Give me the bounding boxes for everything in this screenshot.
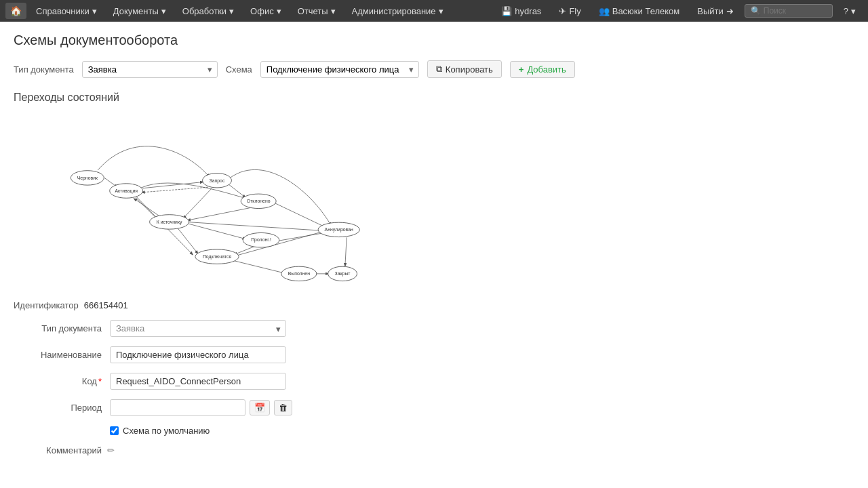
node-prolong[interactable]: Пролонг.! (243, 232, 279, 247)
search-input[interactable] (764, 6, 831, 16)
svg-text:Закрыт: Закрыт (335, 271, 351, 277)
add-icon: + (519, 64, 524, 75)
search-icon: 🔍 (751, 6, 761, 16)
node-annulirovan[interactable]: Аннулирован (318, 222, 359, 237)
copy-button[interactable]: ⧉ Копировать (427, 60, 502, 78)
node-zapros[interactable]: Запрос (203, 174, 232, 188)
default-schema-checkbox[interactable] (110, 426, 119, 435)
id-label: Идентификатор (14, 300, 79, 310)
graph-svg: Черновик Активация Запрос Отклонено К ис… (14, 110, 420, 287)
node-vypolnen[interactable]: Выполнен (281, 266, 317, 281)
comment-label: Комментарий (14, 445, 102, 455)
calendar-button[interactable]: 📅 (250, 400, 270, 415)
svg-text:Отклонено: Отклонено (247, 199, 271, 203)
date-row: 📅 🗑 (110, 399, 292, 416)
id-row: Идентификатор 666154401 (14, 300, 854, 310)
toolbar-row: Тип документа Заявка Схема Подключение ф… (14, 60, 854, 78)
form-row-name: Наименование (14, 346, 854, 363)
nav-obrabotki[interactable]: Обработки ▾ (176, 3, 241, 19)
clear-date-button[interactable]: 🗑 (274, 400, 292, 415)
page-content: Схемы документооборота Тип документа Зая… (0, 22, 868, 476)
form-row-doc-type: Тип документа Заявка (14, 320, 854, 337)
doc-type-toolbar-label: Тип документа (14, 64, 74, 75)
doc-type-select[interactable]: Заявка (82, 61, 218, 78)
nav-vasuyki[interactable]: 👥 Васюки Телеком (592, 3, 687, 19)
default-schema-row: Схема по умолчанию (110, 426, 854, 436)
form-doc-type-select-wrapper[interactable]: Заявка (110, 320, 286, 337)
svg-text:Аннулирован: Аннулирован (325, 227, 353, 232)
default-schema-label: Схема по умолчанию (123, 426, 210, 436)
form-period-input[interactable] (110, 399, 245, 416)
comment-edit-icon[interactable]: ✏ (107, 445, 115, 455)
node-podklyuchatsya[interactable]: Подключатся (195, 249, 239, 264)
node-otkloneno[interactable]: Отклонено (241, 194, 276, 208)
logout-button[interactable]: Выйти ➜ (690, 3, 741, 19)
schema-select-wrapper[interactable]: Подключение физического лица (260, 61, 419, 78)
svg-text:К источнику: К источнику (157, 220, 182, 225)
transitions-section-title: Переходы состояний (14, 92, 854, 104)
nav-spravochniki[interactable]: Справочники ▾ (29, 3, 104, 19)
svg-text:Запрос: Запрос (210, 178, 225, 184)
add-button[interactable]: + Добавить (510, 61, 575, 78)
comment-row: Комментарий ✏ (14, 445, 854, 455)
help-button[interactable]: ? ▾ (837, 3, 863, 19)
search-box[interactable]: 🔍 (745, 4, 833, 18)
svg-text:Активация: Активация (115, 188, 138, 194)
copy-icon: ⧉ (436, 64, 442, 75)
form-name-label: Наименование (14, 350, 102, 360)
node-zakryt[interactable]: Закрыт (328, 266, 357, 281)
nav-dokumenty[interactable]: Документы ▾ (106, 3, 173, 19)
svg-text:Черновик: Черновик (77, 176, 98, 181)
svg-text:Подключатся: Подключатся (203, 254, 231, 260)
form-row-code: Код (14, 373, 854, 390)
nav-ofis[interactable]: Офис ▾ (243, 3, 288, 19)
node-chernovik[interactable]: Черновик (71, 171, 104, 185)
form-name-input[interactable] (110, 346, 286, 363)
svg-text:Выполнен: Выполнен (288, 271, 311, 276)
topnav-right: 💾 hydras ✈ Fly 👥 Васюки Телеком Выйти ➜ … (494, 3, 863, 19)
node-k-istochniku[interactable]: К источнику (150, 215, 189, 229)
form-row-period: Период 📅 🗑 (14, 399, 854, 416)
nav-otchety[interactable]: Отчеты ▾ (291, 3, 342, 19)
schema-toolbar-label: Схема (226, 64, 252, 75)
form-doc-type-label: Тип документа (14, 323, 102, 333)
nav-hydras[interactable]: 💾 hydras (494, 3, 548, 19)
topnav: 🏠 Справочники ▾ Документы ▾ Обработки ▾ … (0, 0, 868, 22)
schema-select[interactable]: Подключение физического лица (260, 61, 419, 78)
state-graph: Черновик Активация Запрос Отклонено К ис… (14, 110, 420, 287)
form-area: Идентификатор 666154401 Тип документа За… (14, 300, 854, 455)
doc-type-select-wrapper[interactable]: Заявка (82, 61, 218, 78)
form-code-input[interactable] (110, 373, 286, 390)
svg-text:Пролонг.!: Пролонг.! (251, 237, 271, 243)
id-value: 666154401 (84, 300, 128, 310)
form-doc-type-select[interactable]: Заявка (110, 320, 286, 337)
form-period-label: Период (14, 403, 102, 413)
form-code-label: Код (14, 376, 102, 386)
page-title: Схемы документооборота (14, 33, 854, 48)
nav-administrirovanie[interactable]: Администрирование ▾ (345, 3, 450, 19)
home-button[interactable]: 🏠 (5, 3, 26, 19)
nav-fly[interactable]: ✈ Fly (552, 3, 587, 19)
node-aktivaciya[interactable]: Активация (110, 184, 143, 198)
